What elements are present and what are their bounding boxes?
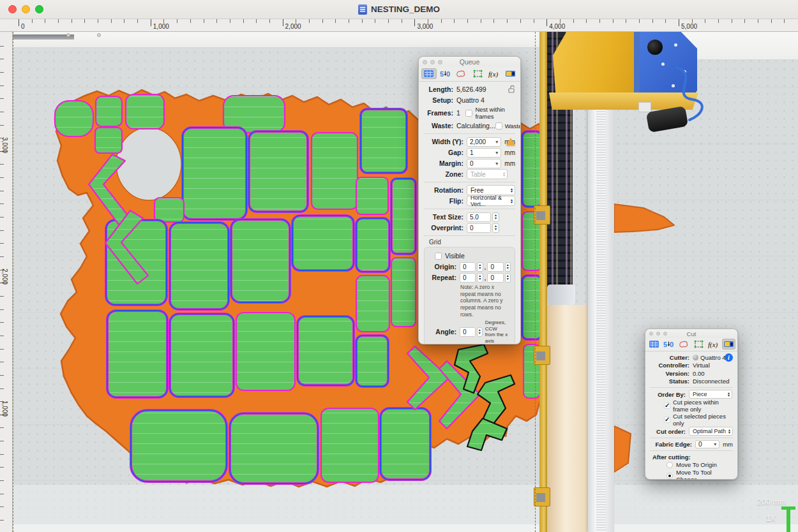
hide-icon[interactable] (454, 68, 469, 79)
palette-minimize-button[interactable] (656, 332, 660, 336)
document-icon (358, 4, 367, 15)
palette-minimize-button[interactable] (430, 60, 435, 64)
svg-text:5: 5 (663, 341, 667, 348)
grid-angle-label: Angle: (428, 328, 456, 336)
text-size-input[interactable]: 5.0 (467, 212, 491, 222)
waste-checkbox[interactable] (495, 122, 502, 129)
separator (650, 450, 733, 451)
cut-order-label: Cut order: (650, 428, 686, 435)
close-button[interactable] (8, 5, 17, 13)
grid-repeat-x-stepper[interactable]: ▴▾ (477, 273, 483, 283)
zoom-button[interactable] (35, 5, 43, 13)
nest-piece[interactable] (236, 313, 295, 390)
nest-icon[interactable] (421, 68, 437, 79)
ruler-horizontal: 01,0002,0003,0004,0005,000 (0, 19, 798, 32)
margin-combo[interactable]: 0▾ (467, 159, 501, 168)
flip-select[interactable]: Horizontal & Vert...▴▾ (467, 196, 515, 206)
grid-origin-x-input[interactable]: 0 (460, 262, 476, 272)
palette-close-button[interactable] (649, 332, 653, 336)
grid-origin-x-stepper[interactable]: ▴▾ (477, 262, 483, 272)
separator (424, 133, 515, 134)
svg-text:0: 0 (670, 341, 674, 348)
nest-piece[interactable] (126, 94, 164, 129)
grid-angle-input[interactable]: 0 (460, 327, 476, 337)
nest-icon[interactable] (647, 339, 661, 350)
sequence-icon[interactable]: 50 (438, 68, 453, 79)
queue-palette-titlebar[interactable]: Queue (419, 57, 520, 67)
cut-selected-only-checkbox[interactable] (664, 417, 670, 423)
grid-visible-label: Visible (445, 252, 465, 260)
hide-icon[interactable] (677, 339, 691, 350)
sequence-icon[interactable]: 50 (662, 339, 675, 350)
grid-repeat-x-input[interactable]: 0 (460, 273, 476, 283)
margin-label: Margin: (424, 159, 463, 167)
frame-icon[interactable] (692, 339, 705, 350)
nest-piece[interactable] (523, 344, 540, 398)
nest-piece[interactable] (96, 96, 122, 126)
formula-icon[interactable]: f(x) (707, 339, 720, 350)
move-to-tool-change-radio[interactable] (666, 473, 673, 479)
cut-within-frame-checkbox[interactable] (664, 403, 670, 409)
queue-palette: Queue 50f(x) Length: 5,626.499 Setup: Qu… (418, 56, 521, 344)
frames-value: 1 (456, 109, 465, 117)
nest-piece[interactable] (312, 133, 358, 209)
rotation-select[interactable]: Free▴▾ (467, 185, 515, 195)
palette-close-button[interactable] (423, 60, 427, 64)
nest-piece[interactable] (391, 258, 416, 327)
nest-piece[interactable] (95, 128, 122, 153)
frame-icon[interactable] (471, 68, 486, 79)
width-combo[interactable]: 2,000▾ (467, 137, 501, 147)
nest-piece[interactable] (55, 101, 93, 137)
zone-boundary-left (13, 32, 13, 532)
grid-origin-label: Origin: (428, 263, 456, 270)
grid-visible-checkbox[interactable] (435, 253, 442, 260)
gap-combo[interactable]: 1▾ (467, 148, 501, 158)
info-icon[interactable]: i (725, 353, 733, 362)
nest-within-frames-checkbox[interactable] (465, 110, 472, 117)
palette-zoom-button[interactable] (663, 332, 667, 336)
order-by-select[interactable]: Piece▴▾ (689, 390, 732, 399)
overprint-input[interactable]: 0 (467, 223, 491, 233)
nest-piece[interactable] (154, 198, 184, 222)
grid-origin-y-stepper[interactable]: ▴▾ (505, 262, 511, 272)
move-to-origin-radio[interactable] (666, 462, 673, 468)
rotation-label: Rotation: (424, 186, 463, 194)
formula-icon[interactable]: f(x) (486, 68, 502, 79)
grid-angle-stepper[interactable]: ▴▾ (477, 327, 483, 337)
grid-repeat-y-stepper[interactable]: ▴▾ (505, 273, 511, 283)
fabric-edge-combo[interactable]: 0▾ (695, 440, 719, 448)
nest-piece[interactable] (356, 276, 389, 332)
grid-angle-hint: Degrees, CCWfrom the x axis (485, 320, 511, 344)
palette-zoom-button[interactable] (438, 60, 442, 64)
cutter-icon[interactable] (722, 339, 735, 350)
svg-text:f(x): f(x) (708, 341, 718, 349)
window-titlebar: NESTING_DEMO (0, 0, 798, 19)
overprint-stepper[interactable]: ▴▾ (492, 223, 499, 233)
move-to-tool-change-label: Move To Tool Change (676, 469, 733, 480)
cutter-value: Quattro 4 (700, 354, 726, 361)
grid-repeat-y-input[interactable]: 0 (487, 273, 503, 283)
leather-hide-patch (614, 204, 674, 232)
grid-section-title: Grid (429, 239, 515, 246)
nest-piece[interactable] (321, 408, 379, 482)
ruler-label: 1,000 (1, 401, 8, 417)
grid-origin-y-input[interactable]: 0 (487, 262, 503, 272)
margin-unit: mm (504, 160, 515, 167)
cut-within-frame-label: Cut pieces within frame only (673, 399, 733, 413)
nest-piece[interactable] (356, 177, 388, 214)
cut-palette-titlebar[interactable]: Cut (645, 329, 737, 338)
hide-hole (116, 128, 181, 200)
unlock-icon[interactable] (508, 85, 515, 93)
nest-piece[interactable] (522, 212, 541, 270)
cut-order-select[interactable]: Optimal Path▴▾ (689, 427, 733, 436)
cutter-icon[interactable] (503, 68, 518, 79)
ruler-label: 3,000 (1, 137, 8, 153)
minimize-button[interactable] (22, 5, 30, 13)
svg-text:5: 5 (440, 70, 444, 78)
text-size-stepper[interactable]: ▴▾ (492, 212, 499, 222)
ruler-label: 2,000 (285, 23, 301, 30)
nest-within-frames-label: Nest within frames (475, 106, 515, 120)
ruler-label: 5,000 (681, 23, 697, 30)
scale-length-label: 200 mm (757, 498, 786, 506)
window-title: NESTING_DEMO (0, 4, 798, 15)
